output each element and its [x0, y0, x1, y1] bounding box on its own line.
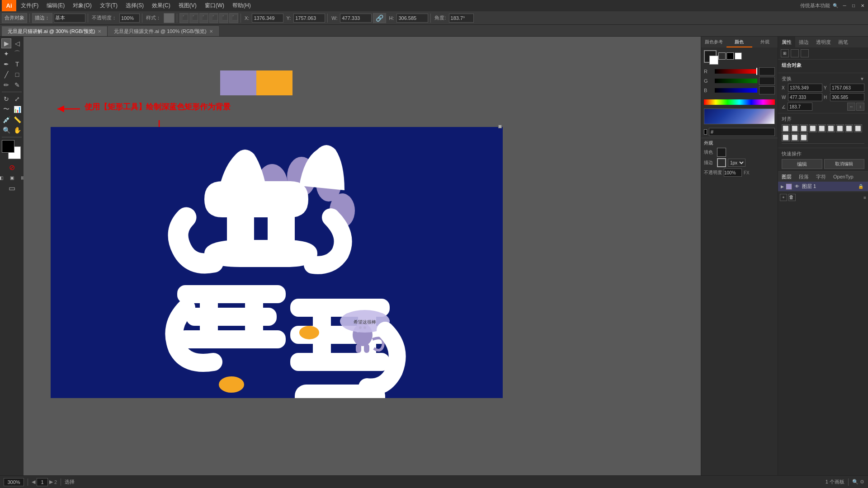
- hex-input[interactable]: [709, 128, 775, 136]
- selection-tool[interactable]: ▶: [1, 38, 11, 48]
- distribute-left-btn[interactable]: ⬜: [836, 124, 844, 132]
- eyedropper-tool[interactable]: 💉: [1, 115, 11, 125]
- white-swatch[interactable]: [735, 52, 742, 60]
- cancel-edit-btn[interactable]: 取消编辑: [824, 159, 865, 169]
- style-picker[interactable]: [164, 13, 175, 23]
- constrain-proportions-btn[interactable]: 🔗: [373, 13, 386, 23]
- layer-lock-icon[interactable]: 🔒: [858, 184, 863, 189]
- props-tab-transparency[interactable]: 透明度: [812, 37, 835, 47]
- angle-input[interactable]: [449, 14, 474, 23]
- y-input[interactable]: [293, 14, 325, 23]
- workspace-name[interactable]: 传统基本功能: [800, 2, 830, 9]
- fill-swatch[interactable]: [717, 148, 726, 157]
- g-slider[interactable]: [715, 79, 757, 83]
- angle-prop-input[interactable]: [788, 103, 812, 111]
- layer-expand-icon[interactable]: ▶: [781, 184, 784, 189]
- props-icon-1[interactable]: ⊞: [781, 49, 789, 57]
- lasso-tool[interactable]: ⌒: [12, 49, 22, 59]
- artwork-canvas[interactable]: 希望这很棒: [51, 127, 503, 398]
- align-top-obj-btn[interactable]: ⬜: [809, 124, 817, 132]
- new-layer-btn[interactable]: +: [780, 194, 787, 201]
- edit-btn[interactable]: 编辑: [782, 159, 822, 169]
- w-input[interactable]: [340, 14, 372, 23]
- hand-tool[interactable]: ✋: [12, 125, 22, 135]
- zoom-tool[interactable]: 🔍: [1, 125, 11, 135]
- graph-tool[interactable]: 📊: [12, 104, 22, 114]
- stroke-dropdown[interactable]: [54, 14, 85, 23]
- align-middle-obj-btn[interactable]: ⬜: [818, 124, 826, 132]
- align-right-obj-btn[interactable]: ⬜: [800, 124, 808, 132]
- menu-view[interactable]: 视图(V): [175, 1, 200, 10]
- x-input[interactable]: [252, 14, 283, 23]
- page-next-btn[interactable]: ▶: [49, 479, 53, 485]
- tab-0[interactable]: 元旦是只猫讲解.ai @ 300% (RGB/预览) ✕: [2, 26, 107, 36]
- distribute-center-h-btn[interactable]: ⬜: [845, 124, 853, 132]
- pattern-mode-btn[interactable]: ⊞: [18, 173, 24, 183]
- color-mode-btn[interactable]: ◧: [0, 173, 6, 183]
- zoom-input[interactable]: [4, 478, 24, 486]
- layer-color-box[interactable]: [786, 183, 792, 190]
- flip-h-btn[interactable]: ↔: [847, 103, 855, 111]
- h-input[interactable]: [396, 14, 428, 23]
- b-input[interactable]: [759, 86, 775, 94]
- color-tab[interactable]: 颜色: [726, 37, 752, 47]
- menu-edit[interactable]: 编辑(E): [43, 1, 68, 10]
- gradient-mode-btn[interactable]: ▣: [7, 173, 17, 183]
- align-left-obj-btn[interactable]: ⬜: [782, 124, 790, 132]
- color-gradient[interactable]: [704, 108, 775, 124]
- fg-color-box[interactable]: [704, 50, 717, 63]
- stroke-weight-select[interactable]: 1px: [728, 159, 745, 167]
- menu-select[interactable]: 选择(S): [122, 1, 147, 10]
- none-swatch[interactable]: [718, 52, 726, 60]
- props-tab-stroke[interactable]: 描边: [795, 37, 812, 47]
- g-input[interactable]: [759, 77, 775, 85]
- menu-file[interactable]: 文件(F): [17, 1, 42, 10]
- delete-layer-btn[interactable]: 🗑: [788, 194, 796, 201]
- layers-tab-layers[interactable]: 图层: [778, 172, 795, 182]
- menu-help[interactable]: 帮助(H): [229, 1, 255, 10]
- align-center-obj-btn[interactable]: ⬜: [791, 124, 799, 132]
- align-bottom-btn[interactable]: ⬛: [229, 13, 238, 23]
- tool-mode-btn[interactable]: 合并对象: [2, 13, 27, 23]
- props-icon-3[interactable]: [801, 49, 809, 57]
- opacity-input[interactable]: [119, 14, 140, 23]
- tab-0-close[interactable]: ✕: [98, 29, 101, 34]
- color-spectrum[interactable]: [704, 99, 775, 105]
- brush-tool[interactable]: ✏: [1, 80, 11, 90]
- pencil-tool[interactable]: ✎: [12, 80, 22, 90]
- r-input[interactable]: [759, 67, 775, 75]
- direct-selection-tool[interactable]: ◁: [12, 38, 22, 48]
- type-tool[interactable]: T: [12, 59, 22, 69]
- flip-v-btn[interactable]: ↕: [856, 103, 864, 111]
- stroke-swatch[interactable]: [717, 158, 726, 167]
- layers-tab-opentyp[interactable]: OpenTyp: [830, 172, 857, 182]
- align-middle-btn[interactable]: ⬛: [219, 13, 228, 23]
- distribute-right-btn[interactable]: ⬜: [854, 124, 862, 132]
- canvas-area[interactable]: 使用【矩形工具】绘制深蓝色矩形作为背景: [24, 37, 701, 475]
- w-prop-input[interactable]: [788, 93, 822, 101]
- status-search-btn[interactable]: 🔍: [852, 479, 859, 485]
- page-prev-btn[interactable]: ◀: [32, 479, 35, 485]
- menu-type[interactable]: 文字(T): [96, 1, 121, 10]
- fg-color-swatch[interactable]: [2, 140, 14, 153]
- color-ref-tab[interactable]: 颜色参考: [701, 37, 726, 47]
- scale-tool[interactable]: ⤢: [12, 94, 22, 104]
- rotate-tool[interactable]: ↻: [1, 94, 11, 104]
- props-icon-2[interactable]: [791, 49, 799, 57]
- stroke-options-btn[interactable]: 描边：: [32, 13, 52, 23]
- r-slider[interactable]: [715, 69, 757, 74]
- magic-wand-tool[interactable]: ✦: [1, 49, 11, 59]
- tab-1-close[interactable]: ✕: [209, 29, 213, 34]
- pen-tool[interactable]: ✒: [1, 59, 11, 69]
- page-input[interactable]: [37, 478, 48, 486]
- layers-tab-segments[interactable]: 段落: [795, 172, 812, 182]
- maximize-btn[interactable]: □: [850, 2, 857, 9]
- distribute-middle-v-btn[interactable]: ⬜: [791, 133, 799, 141]
- distribute-top-btn[interactable]: ⬜: [782, 133, 790, 141]
- align-center-btn[interactable]: ⬛: [189, 13, 198, 23]
- props-tab-attributes[interactable]: 属性: [778, 37, 795, 47]
- search-icon[interactable]: 🔍: [832, 2, 839, 9]
- b-slider[interactable]: [715, 88, 757, 93]
- status-settings-btn[interactable]: ⚙: [860, 479, 864, 485]
- line-tool[interactable]: ╱: [1, 70, 11, 80]
